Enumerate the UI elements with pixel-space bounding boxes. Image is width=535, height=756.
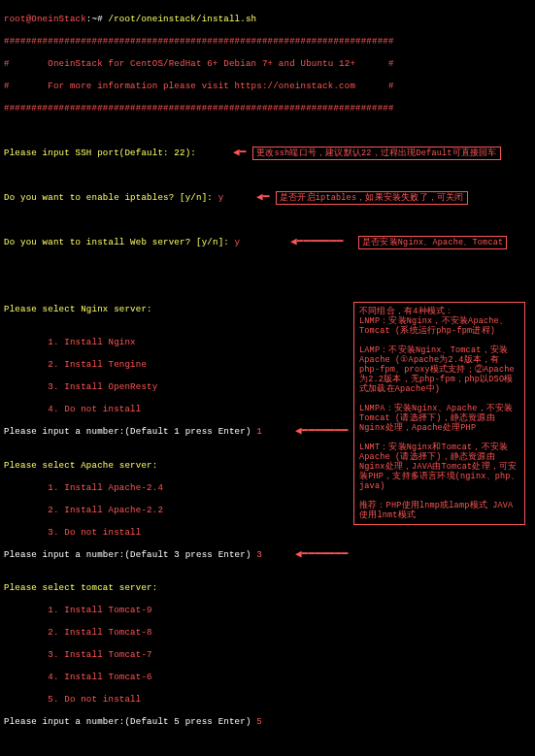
q-web: Do you want to install Web server? [y/n]…	[4, 237, 235, 247]
h-tomcat: Please select tomcat server:	[4, 582, 531, 594]
prompt-user: root@OneinStack	[4, 14, 86, 24]
opt-tomcat-2: 2. Install Tomcat-8	[4, 627, 531, 639]
opt-tomcat-1: 1. Install Tomcat-9	[4, 605, 531, 616]
command[interactable]: /root/oneinstack/install.sh	[109, 14, 257, 24]
banner-line: ########################################…	[4, 36, 531, 48]
opt-tomcat-4: 4. Install Tomcat-6	[4, 672, 531, 683]
in-web[interactable]: y	[235, 237, 241, 247]
note-iptables: 是否开启iptables，如果安装失败了，可关闭	[276, 191, 468, 205]
arrow-icon: ◀━	[256, 192, 270, 203]
note-web: 是否安装Nginx、Apache、Tomcat	[358, 236, 507, 249]
arrow-icon: ◀━	[233, 148, 247, 158]
q-iptables: Do you want to enable iptables? [y/n]:	[4, 192, 218, 203]
opt-apache-1: 1. Install Apache-2.4	[4, 482, 531, 494]
blank	[4, 281, 531, 293]
arrow-icon: ◀━━━━━━━	[290, 237, 344, 247]
banner-line2: ########################################…	[4, 103, 531, 115]
p-apache: Please input a number:(Default 3 press E…	[4, 549, 256, 560]
h-apache: Please select Apache server:	[4, 460, 531, 472]
q-ssh: Please input SSH port(Default: 22):	[4, 148, 202, 158]
note-ssh: 更改ssh端口号，建议默认22，过程出现Default可直接回车	[252, 147, 501, 160]
p-nginx: Please input a number:(Default 1 press E…	[4, 426, 256, 437]
opt-apache-3: 3. Do not install	[4, 527, 531, 539]
p-tomcat: Please input a number:(Default 5 press E…	[4, 716, 256, 727]
in-nginx[interactable]: 1	[256, 426, 262, 437]
opt-tomcat-5: 5. Do not install	[4, 694, 531, 706]
arrow-icon: ◀━━━━━━━	[295, 549, 349, 560]
arrow-icon: ◀━━━━━━━	[295, 426, 349, 437]
opt-nginx-4: 4. Do not install	[4, 404, 531, 415]
in-iptables[interactable]: y	[218, 192, 224, 203]
prompt-sep: :~#	[86, 14, 109, 24]
h-nginx: Please select Nginx server:	[4, 304, 152, 314]
blank	[4, 739, 531, 750]
blank	[4, 125, 531, 137]
banner-text1: # OneinStack for CentOS/RedHat 6+ Debian…	[4, 58, 531, 70]
opt-nginx-3: 3. Install OpenResty	[4, 381, 531, 393]
terminal: root@OneinStack:~# /root/oneinstack/inst…	[0, 0, 535, 756]
in-tomcat[interactable]: 5	[256, 716, 262, 727]
banner-text2: # For more information please visit http…	[4, 81, 531, 92]
in-apache[interactable]: 3	[256, 549, 262, 560]
opt-tomcat-3: 3. Install Tomcat-7	[4, 649, 531, 661]
opt-apache-2: 2. Install Apache-2.2	[4, 505, 531, 516]
opt-nginx-1: 1. Install Nginx	[4, 337, 531, 348]
opt-nginx-2: 2. Install Tengine	[4, 359, 531, 371]
